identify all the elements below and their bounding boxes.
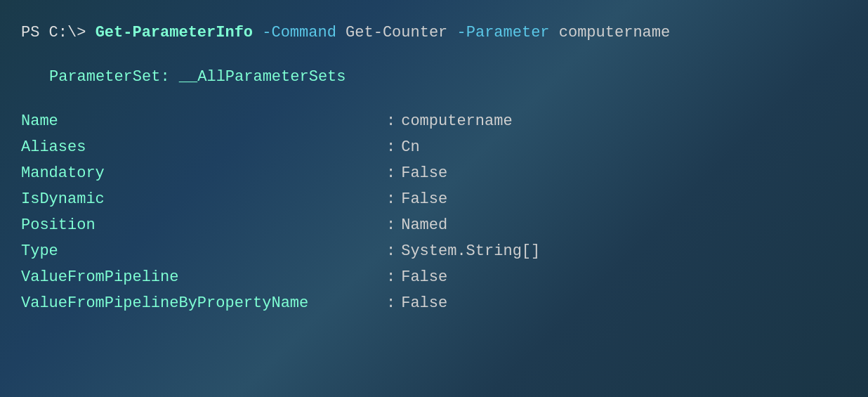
field-colon: :	[386, 292, 395, 315]
table-row: Type:System.String[]	[21, 240, 847, 263]
info-table: Name:computernameAliases:CnMandatory:Fal…	[21, 110, 847, 315]
prompt: PS C:\>	[21, 24, 86, 41]
field-colon: :	[386, 110, 395, 133]
field-value: False	[401, 266, 447, 289]
field-value: False	[401, 188, 447, 211]
table-row: Mandatory:False	[21, 162, 847, 185]
field-label: Mandatory	[21, 162, 386, 185]
field-label: IsDynamic	[21, 188, 386, 211]
command-line: PS C:\> Get-ParameterInfo -Command Get-C…	[21, 21, 847, 44]
field-value: Cn	[401, 136, 419, 159]
field-value: computername	[401, 110, 512, 133]
param1-value: Get-Counter	[346, 24, 447, 41]
parameterset-label: ParameterSet:	[49, 68, 170, 86]
field-colon: :	[386, 214, 395, 237]
field-colon: :	[386, 136, 395, 159]
field-label: ValueFromPipeline	[21, 266, 386, 289]
field-value: False	[401, 292, 447, 315]
field-label: Name	[21, 110, 386, 133]
command-name: Get-ParameterInfo	[96, 24, 253, 41]
field-colon: :	[386, 188, 395, 211]
terminal-window: PS C:\> Get-ParameterInfo -Command Get-C…	[0, 0, 868, 397]
field-colon: :	[386, 240, 395, 263]
field-label: ValueFromPipelineByPropertyName	[21, 292, 386, 315]
param2-flag: -Parameter	[457, 24, 550, 41]
field-label: Aliases	[21, 136, 386, 159]
param1-flag: -Command	[262, 24, 336, 41]
table-row: ValueFromPipelineByPropertyName:False	[21, 292, 847, 315]
field-value: System.String[]	[401, 240, 540, 263]
field-value: Named	[401, 214, 447, 237]
table-row: IsDynamic:False	[21, 188, 847, 211]
parameterset-header: ParameterSet: __AllParameterSets	[49, 65, 847, 89]
field-colon: :	[386, 162, 395, 185]
field-label: Position	[21, 214, 386, 237]
field-label: Type	[21, 240, 386, 263]
field-colon: :	[386, 266, 395, 289]
table-row: ValueFromPipeline:False	[21, 266, 847, 289]
table-row: Name:computername	[21, 110, 847, 133]
table-row: Position:Named	[21, 214, 847, 237]
param2-value: computername	[559, 24, 670, 41]
parameterset-value: __AllParameterSets	[179, 68, 346, 86]
field-value: False	[401, 162, 447, 185]
table-row: Aliases:Cn	[21, 136, 847, 159]
